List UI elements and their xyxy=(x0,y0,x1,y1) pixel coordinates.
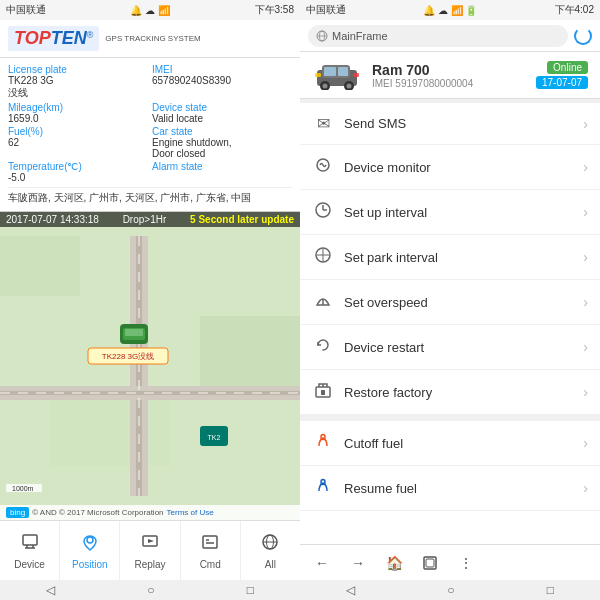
park-label: Set park interval xyxy=(344,250,573,265)
nav-replay[interactable]: Replay xyxy=(120,521,180,580)
car-icon xyxy=(312,60,362,90)
right-panel: 中国联通 🔔 ☁ 📶 🔋 下午4:02 MainFrame xyxy=(300,0,600,600)
svg-rect-1 xyxy=(0,236,80,296)
copyright-bar: bing © AND © 2017 Microsoft Corporation … xyxy=(0,505,300,520)
menu-list: ✉ Send SMS › Device monitor › Set up int… xyxy=(300,103,600,544)
alarm-row: Alarm state xyxy=(152,161,292,183)
device-icon xyxy=(20,532,40,557)
menu-device-restart[interactable]: Device restart › xyxy=(300,325,600,370)
status-badges: Online 17-07-07 xyxy=(536,61,588,89)
cutoff-icon xyxy=(312,432,334,454)
nav-all[interactable]: All xyxy=(241,521,300,580)
nav-all-label: All xyxy=(265,559,276,570)
svg-rect-44 xyxy=(315,73,321,77)
badge-date: 17-07-07 xyxy=(536,76,588,89)
menu-resume-fuel[interactable]: Resume fuel › xyxy=(300,466,600,511)
vehicle-imei: IMEI 59197080000004 xyxy=(372,78,526,89)
svg-rect-2 xyxy=(200,316,300,396)
badge-online: Online xyxy=(547,61,588,74)
sms-icon: ✉ xyxy=(312,114,334,133)
browser-nav-bar: ← → 🏠 ⋮ xyxy=(300,544,600,580)
factory-label: Restore factory xyxy=(344,385,573,400)
svg-rect-12 xyxy=(125,329,143,336)
menu-park-interval[interactable]: Set park interval › xyxy=(300,235,600,280)
restart-icon xyxy=(312,336,334,358)
refresh-icon[interactable] xyxy=(574,27,592,45)
icons-left: 🔔 ☁ 📶 xyxy=(130,5,170,16)
forward-browser-btn[interactable]: → xyxy=(344,549,372,577)
arrow-icon-7: › xyxy=(583,435,588,451)
arrow-icon-4: › xyxy=(583,294,588,310)
svg-rect-39 xyxy=(338,67,348,76)
logo-box: TOPTEN® xyxy=(8,26,99,51)
menu-browser-btn[interactable]: ⋮ xyxy=(452,549,480,577)
svg-marker-26 xyxy=(148,539,154,543)
overspeed-label: Set overspeed xyxy=(344,295,573,310)
svg-point-57 xyxy=(321,435,325,440)
vehicle-header: Ram 700 IMEI 59197080000004 Online 17-07… xyxy=(300,52,600,99)
svg-rect-20 xyxy=(23,535,37,545)
phone-nav-left: ◁ ○ □ xyxy=(0,580,300,600)
restart-label: Device restart xyxy=(344,340,573,355)
svg-rect-38 xyxy=(324,67,336,76)
back-btn-left[interactable]: ◁ xyxy=(46,583,55,597)
url-text: MainFrame xyxy=(332,30,388,42)
carrier-right: 中国联通 xyxy=(306,3,346,17)
replay-icon xyxy=(140,532,160,557)
nav-cmd[interactable]: Cmd xyxy=(181,521,241,580)
svg-point-58 xyxy=(321,480,325,485)
map-container[interactable]: TK228 3G没线 TK2 1000m 2017-07-07 14:33:18… xyxy=(0,212,300,520)
menu-restore-factory[interactable]: Restore factory › xyxy=(300,370,600,415)
monitor-label: Device monitor xyxy=(344,160,573,175)
copyright-text: © AND © 2017 Microsoft Corporation xyxy=(32,508,163,517)
phone-nav-right: ◁ ○ □ xyxy=(300,580,600,600)
recent-btn-right[interactable]: □ xyxy=(547,583,554,597)
menu-set-interval[interactable]: Set up interval › xyxy=(300,190,600,235)
home-btn-right[interactable]: ○ xyxy=(447,583,454,597)
nav-device-label: Device xyxy=(14,559,45,570)
map-timestamp: 2017-07-07 14:33:18 Drop>1Hr 5 Second la… xyxy=(0,212,300,227)
interval-icon xyxy=(312,201,334,223)
mileage-row: Mileage(km) 1659.0 xyxy=(8,102,148,124)
tabs-browser-btn[interactable] xyxy=(416,549,444,577)
home-browser-btn[interactable]: 🏠 xyxy=(380,549,408,577)
car-state-row: Car state Engine shutdown,Door closed xyxy=(152,126,292,159)
gps-subtitle: GPS TRACKING SYSTEM xyxy=(105,34,200,44)
menu-cutoff-fuel[interactable]: Cutoff fuel › xyxy=(300,421,600,466)
recent-btn-left[interactable]: □ xyxy=(247,583,254,597)
logo-top: TOP xyxy=(14,28,51,48)
back-browser-btn[interactable]: ← xyxy=(308,549,336,577)
vehicle-info: Ram 700 IMEI 59197080000004 xyxy=(372,62,526,89)
nav-position-label: Position xyxy=(72,559,108,570)
nav-device[interactable]: Device xyxy=(0,521,60,580)
svg-text:1000m: 1000m xyxy=(12,485,34,492)
svg-text:TK2: TK2 xyxy=(208,434,221,441)
info-card: License plate TK228 3G没线 IMEI 657890240S… xyxy=(0,58,300,212)
license-plate-row: License plate TK228 3G没线 xyxy=(8,64,148,100)
arrow-icon-3: › xyxy=(583,249,588,265)
position-icon xyxy=(80,532,100,557)
menu-overspeed[interactable]: Set overspeed › xyxy=(300,280,600,325)
nav-position[interactable]: Position xyxy=(60,521,120,580)
imei-row: IMEI 657890240S8390 xyxy=(152,64,292,100)
interval-label: Set up interval xyxy=(344,205,573,220)
url-bar[interactable]: MainFrame xyxy=(308,25,568,47)
menu-send-sms[interactable]: ✉ Send SMS › xyxy=(300,103,600,145)
sms-label: Send SMS xyxy=(344,116,573,131)
home-btn-left[interactable]: ○ xyxy=(147,583,154,597)
resume-icon xyxy=(312,477,334,499)
nav-cmd-label: Cmd xyxy=(200,559,221,570)
svg-point-24 xyxy=(87,537,93,543)
browser-bar: MainFrame xyxy=(300,20,600,52)
terms-link[interactable]: Terms of Use xyxy=(167,508,214,517)
arrow-icon-8: › xyxy=(583,480,588,496)
back-btn-right[interactable]: ◁ xyxy=(346,583,355,597)
park-icon xyxy=(312,246,334,268)
drop-info: Drop>1Hr xyxy=(123,214,167,225)
arrow-icon-1: › xyxy=(583,159,588,175)
icons-right: 🔔 ☁ 📶 🔋 xyxy=(423,5,477,16)
menu-device-monitor[interactable]: Device monitor › xyxy=(300,145,600,190)
svg-text:TK228 3G没线: TK228 3G没线 xyxy=(102,352,154,361)
update-text: 5 Second later update xyxy=(190,214,294,225)
svg-rect-27 xyxy=(203,536,217,548)
